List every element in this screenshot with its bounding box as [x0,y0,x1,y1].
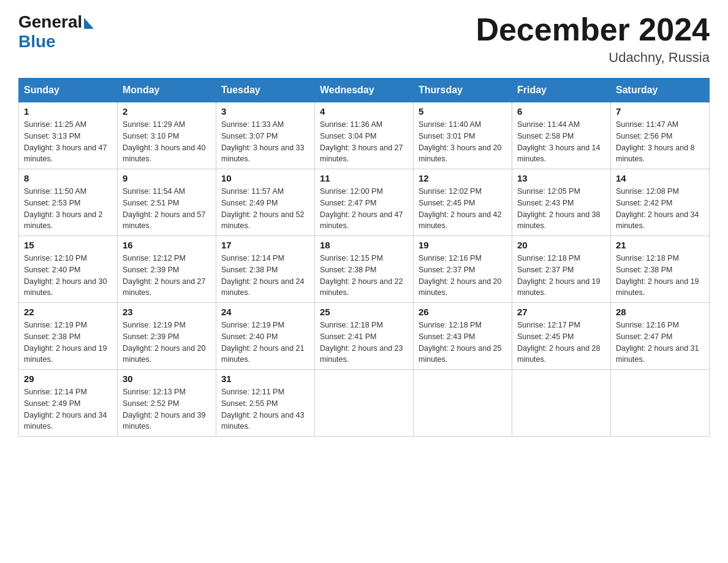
calendar-cell: 7Sunrise: 11:47 AMSunset: 2:56 PMDayligh… [611,102,710,169]
day-info: Sunrise: 12:14 PMSunset: 2:38 PMDaylight… [221,253,309,299]
day-number: 18 [320,240,408,250]
calendar-cell: 31Sunrise: 12:11 PMSunset: 2:55 PMDaylig… [216,370,315,437]
header-day-saturday: Saturday [611,79,710,102]
day-info: Sunrise: 12:15 PMSunset: 2:38 PMDaylight… [320,253,408,299]
day-info: Sunrise: 12:13 PMSunset: 2:52 PMDaylight… [123,386,211,432]
calendar-cell: 6Sunrise: 11:44 AMSunset: 2:58 PMDayligh… [512,102,611,169]
day-info: Sunrise: 12:18 PMSunset: 2:38 PMDaylight… [616,253,704,299]
day-info: Sunrise: 12:18 PMSunset: 2:41 PMDaylight… [320,320,408,366]
day-number: 3 [221,106,309,117]
day-info: Sunrise: 12:00 PMSunset: 2:47 PMDaylight… [320,186,408,232]
month-title: December 2024 [476,12,710,47]
header-day-monday: Monday [118,79,216,102]
day-info: Sunrise: 11:25 AMSunset: 3:13 PMDaylight… [24,119,112,165]
day-info: Sunrise: 11:33 AMSunset: 3:07 PMDaylight… [221,119,309,165]
calendar-cell: 4Sunrise: 11:36 AMSunset: 3:04 PMDayligh… [315,102,414,169]
day-info: Sunrise: 11:40 AMSunset: 3:01 PMDaylight… [419,119,507,165]
calendar-cell [315,370,414,437]
day-info: Sunrise: 11:29 AMSunset: 3:10 PMDaylight… [123,119,211,165]
calendar-cell: 9Sunrise: 11:54 AMSunset: 2:51 PMDayligh… [118,169,216,236]
day-info: Sunrise: 12:10 PMSunset: 2:40 PMDaylight… [24,253,112,299]
calendar-week-3: 15Sunrise: 12:10 PMSunset: 2:40 PMDaylig… [19,236,710,303]
calendar-cell: 18Sunrise: 12:15 PMSunset: 2:38 PMDaylig… [315,236,414,303]
calendar-cell: 19Sunrise: 12:16 PMSunset: 2:37 PMDaylig… [414,236,512,303]
calendar-week-4: 22Sunrise: 12:19 PMSunset: 2:38 PMDaylig… [19,303,710,370]
day-number: 10 [221,173,309,183]
calendar-cell: 26Sunrise: 12:18 PMSunset: 2:43 PMDaylig… [414,303,512,370]
logo-blue-text: Blue [18,32,56,51]
calendar-cell: 8Sunrise: 11:50 AMSunset: 2:53 PMDayligh… [19,169,118,236]
day-info: Sunrise: 11:36 AMSunset: 3:04 PMDaylight… [320,119,408,165]
calendar-cell: 25Sunrise: 12:18 PMSunset: 2:41 PMDaylig… [315,303,414,370]
calendar-week-1: 1Sunrise: 11:25 AMSunset: 3:13 PMDayligh… [19,102,710,169]
day-info: Sunrise: 12:02 PMSunset: 2:45 PMDaylight… [419,186,507,232]
calendar-cell: 21Sunrise: 12:18 PMSunset: 2:38 PMDaylig… [611,236,710,303]
location-subtitle: Udachny, Russia [476,50,710,66]
day-number: 12 [419,173,507,183]
day-number: 26 [419,307,507,317]
day-number: 7 [616,106,704,117]
day-info: Sunrise: 12:16 PMSunset: 2:47 PMDaylight… [616,320,704,366]
calendar-cell: 27Sunrise: 12:17 PMSunset: 2:45 PMDaylig… [512,303,611,370]
day-info: Sunrise: 12:16 PMSunset: 2:37 PMDaylight… [419,253,507,299]
logo: General Blue [18,12,94,52]
logo-general-text: General [18,12,82,31]
title-section: December 2024 Udachny, Russia [476,12,710,66]
calendar-cell: 1Sunrise: 11:25 AMSunset: 3:13 PMDayligh… [19,102,118,169]
day-number: 14 [616,173,704,183]
day-number: 23 [123,307,211,317]
day-info: Sunrise: 12:19 PMSunset: 2:39 PMDaylight… [123,320,211,366]
logo-text: General Blue [18,12,94,52]
day-number: 31 [221,373,309,384]
day-number: 20 [517,240,605,250]
calendar-cell: 15Sunrise: 12:10 PMSunset: 2:40 PMDaylig… [19,236,118,303]
calendar-cell: 22Sunrise: 12:19 PMSunset: 2:38 PMDaylig… [19,303,118,370]
day-info: Sunrise: 12:05 PMSunset: 2:43 PMDaylight… [517,186,605,232]
calendar-cell: 5Sunrise: 11:40 AMSunset: 3:01 PMDayligh… [414,102,512,169]
calendar-cell: 3Sunrise: 11:33 AMSunset: 3:07 PMDayligh… [216,102,315,169]
day-info: Sunrise: 11:57 AMSunset: 2:49 PMDaylight… [221,186,309,232]
header-day-tuesday: Tuesday [216,79,315,102]
day-number: 1 [24,106,112,117]
calendar-cell: 20Sunrise: 12:18 PMSunset: 2:37 PMDaylig… [512,236,611,303]
header-day-friday: Friday [512,79,611,102]
day-number: 4 [320,106,408,117]
day-number: 29 [24,373,112,384]
day-info: Sunrise: 11:50 AMSunset: 2:53 PMDaylight… [24,186,112,232]
calendar-table: SundayMondayTuesdayWednesdayThursdayFrid… [18,78,710,437]
logo-arrow-icon [84,18,94,29]
calendar-cell: 24Sunrise: 12:19 PMSunset: 2:40 PMDaylig… [216,303,315,370]
calendar-cell: 2Sunrise: 11:29 AMSunset: 3:10 PMDayligh… [118,102,216,169]
calendar-cell [414,370,512,437]
day-number: 2 [123,106,211,117]
calendar-cell [611,370,710,437]
day-info: Sunrise: 12:17 PMSunset: 2:45 PMDaylight… [517,320,605,366]
calendar-header: SundayMondayTuesdayWednesdayThursdayFrid… [19,79,710,102]
calendar-cell: 30Sunrise: 12:13 PMSunset: 2:52 PMDaylig… [118,370,216,437]
header-day-sunday: Sunday [19,79,118,102]
calendar-body: 1Sunrise: 11:25 AMSunset: 3:13 PMDayligh… [19,102,710,437]
calendar-cell: 10Sunrise: 11:57 AMSunset: 2:49 PMDaylig… [216,169,315,236]
day-info: Sunrise: 12:19 PMSunset: 2:38 PMDaylight… [24,320,112,366]
day-info: Sunrise: 11:54 AMSunset: 2:51 PMDaylight… [123,186,211,232]
header-day-wednesday: Wednesday [315,79,414,102]
calendar-cell: 13Sunrise: 12:05 PMSunset: 2:43 PMDaylig… [512,169,611,236]
day-info: Sunrise: 12:12 PMSunset: 2:39 PMDaylight… [123,253,211,299]
day-info: Sunrise: 12:18 PMSunset: 2:37 PMDaylight… [517,253,605,299]
day-number: 24 [221,307,309,317]
day-number: 28 [616,307,704,317]
day-number: 13 [517,173,605,183]
day-number: 9 [123,173,211,183]
calendar-cell: 29Sunrise: 12:14 PMSunset: 2:49 PMDaylig… [19,370,118,437]
day-number: 30 [123,373,211,384]
day-number: 11 [320,173,408,183]
day-info: Sunrise: 12:11 PMSunset: 2:55 PMDaylight… [221,386,309,432]
header-row: SundayMondayTuesdayWednesdayThursdayFrid… [19,79,710,102]
header-day-thursday: Thursday [414,79,512,102]
day-info: Sunrise: 12:18 PMSunset: 2:43 PMDaylight… [419,320,507,366]
day-info: Sunrise: 11:47 AMSunset: 2:56 PMDaylight… [616,119,704,165]
day-number: 19 [419,240,507,250]
calendar-cell: 17Sunrise: 12:14 PMSunset: 2:38 PMDaylig… [216,236,315,303]
day-number: 17 [221,240,309,250]
page-header: General Blue December 2024 Udachny, Russ… [18,12,710,66]
